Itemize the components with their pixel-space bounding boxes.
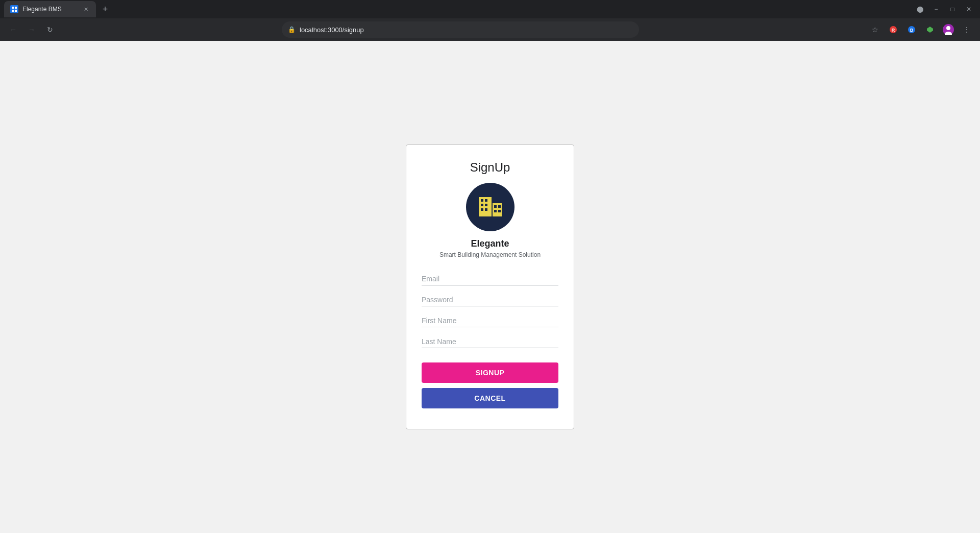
profile-avatar[interactable] <box>941 22 955 37</box>
svg-rect-17 <box>481 208 483 211</box>
menu-icon[interactable]: ⋮ <box>960 22 974 37</box>
svg-text:B: B <box>910 28 914 33</box>
signup-button[interactable]: SIGNUP <box>422 362 558 383</box>
window-restore-icon[interactable]: − <box>929 2 943 16</box>
lock-icon: 🔒 <box>288 26 296 33</box>
window-controls: ⬤ − □ ✕ <box>913 2 976 16</box>
svg-rect-14 <box>485 199 487 202</box>
svg-rect-13 <box>481 199 483 202</box>
svg-point-9 <box>946 26 950 30</box>
window-minimize-icon[interactable]: ⬤ <box>913 2 927 16</box>
bookmark-icon[interactable]: ☆ <box>868 22 882 37</box>
tab-bar: Elegante BMS ✕ + ⬤ − □ ✕ <box>0 0 980 18</box>
logo-circle <box>466 183 514 231</box>
password-input[interactable] <box>422 294 558 306</box>
address-bar[interactable]: 🔒 localhost:3000/signup <box>282 21 639 38</box>
signup-title: SignUp <box>470 160 510 175</box>
browser-chrome: Elegante BMS ✕ + ⬤ − □ ✕ ← → ↻ 🔒 localho… <box>0 0 980 41</box>
tab-close-button[interactable]: ✕ <box>82 5 90 13</box>
url-display: localhost:3000/signup <box>300 26 364 34</box>
building-icon <box>476 192 504 222</box>
password-field-wrapper <box>422 294 558 306</box>
new-tab-button[interactable]: + <box>98 2 112 16</box>
window-maximize-icon[interactable]: □ <box>945 2 960 16</box>
tab-favicon <box>10 5 18 13</box>
refresh-button[interactable]: ↻ <box>43 22 57 37</box>
address-bar-row: ← → ↻ 🔒 localhost:3000/signup ☆ R B <box>0 18 980 41</box>
brand-tagline: Smart Building Management Solution <box>439 251 541 258</box>
last-name-field-wrapper <box>422 335 558 348</box>
forward-button[interactable]: → <box>24 22 39 37</box>
svg-rect-15 <box>481 204 483 206</box>
first-name-input[interactable] <box>422 314 558 327</box>
svg-rect-0 <box>12 7 14 9</box>
svg-rect-3 <box>15 10 17 12</box>
extension-icon-1[interactable]: R <box>886 22 900 37</box>
extension-icon-3[interactable] <box>923 22 937 37</box>
back-button[interactable]: ← <box>6 22 20 37</box>
svg-rect-16 <box>485 204 487 206</box>
active-tab[interactable]: Elegante BMS ✕ <box>4 1 96 17</box>
form-fields <box>422 273 558 356</box>
last-name-input[interactable] <box>422 335 558 348</box>
brand-name: Elegante <box>471 238 509 249</box>
svg-rect-18 <box>485 208 487 211</box>
svg-rect-19 <box>494 205 497 208</box>
svg-rect-22 <box>498 210 501 212</box>
first-name-field-wrapper <box>422 314 558 327</box>
svg-rect-1 <box>15 7 17 9</box>
browser-actions: ☆ R B <box>868 22 974 37</box>
email-field-wrapper <box>422 273 558 285</box>
cancel-button[interactable]: CANCEL <box>422 388 558 408</box>
email-input[interactable] <box>422 273 558 285</box>
svg-text:R: R <box>892 28 895 33</box>
tab-title: Elegante BMS <box>22 6 78 13</box>
svg-rect-21 <box>498 205 501 208</box>
page-content: SignUp <box>0 41 980 533</box>
svg-rect-2 <box>12 10 14 12</box>
extension-icon-2[interactable]: B <box>904 22 919 37</box>
svg-rect-20 <box>494 210 497 212</box>
window-close-icon[interactable]: ✕ <box>962 2 976 16</box>
signup-card: SignUp <box>406 144 574 429</box>
